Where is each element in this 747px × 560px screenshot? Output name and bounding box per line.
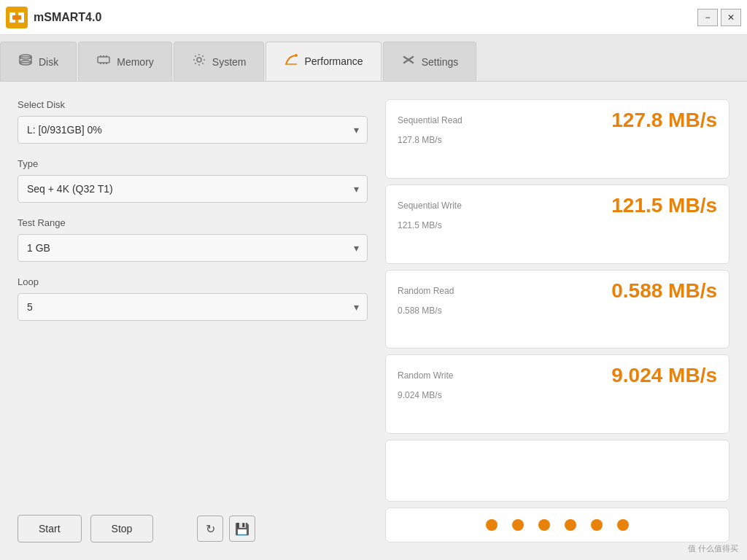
metric-top-rand-write: Random Write 9.024 MB/s (398, 364, 717, 387)
loop-wrapper: 5 (18, 293, 368, 321)
save-button[interactable]: 💾 (229, 516, 255, 542)
metric-sequential-write: Sequential Write 121.5 MB/s 121.5 MB/s (385, 184, 729, 264)
seq-read-label: Sequential Read (398, 115, 462, 125)
disk-icon (18, 52, 33, 71)
seq-write-value-large: 121.5 MB/s (611, 194, 717, 217)
rand-read-label: Random Read (398, 286, 454, 296)
dot-4 (565, 519, 576, 531)
tab-memory-label: Memory (117, 56, 154, 68)
stop-button[interactable]: Stop (90, 515, 154, 542)
svg-point-13 (197, 58, 201, 62)
rand-write-value-large: 9.024 MB/s (611, 364, 717, 387)
app-title: mSMART4.0 (34, 11, 101, 24)
minimize-button[interactable]: − (697, 9, 718, 26)
svg-rect-9 (106, 55, 107, 57)
metric-empty-card (385, 440, 729, 502)
dot-3 (538, 519, 550, 531)
system-icon (192, 52, 206, 71)
seq-write-label: Sequential Write (398, 201, 462, 211)
start-button[interactable]: Start (18, 515, 82, 542)
tab-settings[interactable]: Settings (383, 42, 477, 81)
svg-rect-10 (100, 63, 101, 64)
main-content: Select Disk L: [0/931GB] 0% Type Seq + 4… (0, 82, 747, 560)
select-disk-label: Select Disk (18, 99, 368, 110)
select-disk-input[interactable]: L: [0/931GB] 0% (18, 116, 368, 144)
tab-performance[interactable]: Performance (266, 42, 381, 81)
seq-write-value-small: 121.5 MB/s (398, 220, 717, 230)
tab-memory[interactable]: Memory (78, 42, 172, 81)
tab-performance-label: Performance (304, 55, 363, 67)
tab-disk-label: Disk (39, 56, 58, 68)
window-controls: − ✕ (697, 9, 741, 26)
test-range-label: Test Range (18, 217, 368, 228)
metric-random-read: Random Read 0.588 MB/s 0.588 MB/s (385, 270, 729, 349)
metric-top-seq-write: Sequential Write 121.5 MB/s (398, 194, 717, 217)
rand-read-value-small: 0.588 MB/s (398, 306, 717, 316)
svg-rect-2 (12, 15, 21, 20)
type-group: Type Seq + 4K (Q32 T1) (18, 158, 368, 203)
tab-system-label: System (212, 56, 247, 68)
bottom-buttons: Start Stop ↻ 💾 (18, 515, 368, 542)
dots-row (385, 508, 729, 542)
rand-read-value-large: 0.588 MB/s (611, 279, 717, 303)
tab-system[interactable]: System (174, 42, 265, 81)
tab-bar: Disk Memory System (0, 35, 747, 82)
svg-rect-8 (103, 55, 104, 57)
svg-rect-4 (20, 57, 31, 63)
close-button[interactable]: ✕ (721, 9, 741, 26)
dot-5 (591, 519, 603, 531)
memory-icon (96, 52, 111, 71)
seq-read-value-small: 127.8 MB/s (398, 135, 717, 145)
metric-top-rand-read: Random Read 0.588 MB/s (398, 279, 717, 303)
select-disk-wrapper: L: [0/931GB] 0% (18, 116, 368, 144)
test-range-input[interactable]: 1 GB (18, 234, 368, 262)
loop-label: Loop (18, 276, 368, 287)
svg-point-14 (295, 54, 298, 57)
loop-input[interactable]: 5 (18, 293, 368, 321)
title-bar: mSMART4.0 − ✕ (0, 0, 747, 35)
metric-top-seq-read: Sequential Read 127.8 MB/s (398, 109, 717, 132)
test-range-group: Test Range 1 GB (18, 217, 368, 262)
app-logo (6, 7, 28, 28)
test-range-wrapper: 1 GB (18, 234, 368, 262)
refresh-button[interactable]: ↻ (197, 516, 223, 542)
right-panel: Sequential Read 127.8 MB/s 127.8 MB/s Se… (385, 99, 729, 542)
dot-6 (617, 519, 629, 531)
rand-write-value-small: 9.024 MB/s (398, 390, 717, 400)
svg-rect-7 (100, 55, 101, 57)
type-input[interactable]: Seq + 4K (Q32 T1) (18, 175, 368, 203)
watermark: 值 什么值得买 (688, 543, 738, 554)
metric-sequential-read: Sequential Read 127.8 MB/s 127.8 MB/s (385, 99, 729, 179)
rand-write-label: Random Write (398, 370, 453, 381)
dot-1 (486, 519, 498, 531)
tab-disk[interactable]: Disk (0, 42, 77, 81)
performance-icon (284, 52, 298, 71)
type-wrapper: Seq + 4K (Q32 T1) (18, 175, 368, 203)
dot-2 (512, 519, 524, 531)
svg-rect-12 (106, 63, 107, 64)
select-disk-group: Select Disk L: [0/931GB] 0% (18, 99, 368, 144)
loop-group: Loop 5 (18, 276, 368, 321)
left-panel: Select Disk L: [0/931GB] 0% Type Seq + 4… (18, 99, 368, 542)
seq-read-value-large: 127.8 MB/s (611, 109, 717, 132)
svg-rect-6 (98, 57, 109, 63)
svg-rect-11 (103, 63, 104, 64)
settings-icon (401, 52, 416, 71)
title-left: mSMART4.0 (6, 7, 101, 28)
type-label: Type (18, 158, 368, 169)
metric-random-write: Random Write 9.024 MB/s 9.024 MB/s (385, 354, 729, 434)
tab-settings-label: Settings (422, 56, 459, 68)
